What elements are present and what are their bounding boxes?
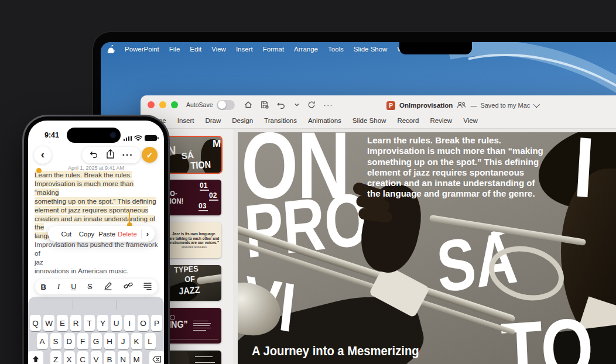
thumb3-attribution: JENNIFER MEDRANO [182, 246, 207, 249]
letter-key[interactable]: F [77, 333, 88, 349]
letter-key[interactable]: R [70, 315, 81, 331]
done-check-button[interactable]: ✓ [142, 147, 158, 163]
copy-menu-item[interactable]: Copy [77, 231, 97, 238]
delete-menu-item[interactable]: Delete [117, 231, 138, 238]
ribbon-tab[interactable]: Record [397, 117, 419, 124]
more-options-icon[interactable]: ··· [122, 150, 134, 160]
italic-button[interactable]: I [57, 282, 60, 291]
ribbon-tab[interactable]: Design [232, 117, 253, 124]
bold-button[interactable]: B [40, 283, 46, 291]
menu-item[interactable]: Slide Show [354, 46, 388, 53]
menu-item[interactable]: Edit [190, 46, 201, 53]
letter-key[interactable]: Z [50, 351, 61, 364]
note-text[interactable]: Learn the rules. Break the rules.Improvi… [35, 171, 159, 276]
ribbon-tab[interactable]: Insert [177, 117, 194, 124]
zoom-window-button[interactable] [171, 101, 178, 108]
macbook-screen: PowerPoint File Edit View Insert Format … [101, 42, 616, 364]
slide-thumbnail-6[interactable] [167, 351, 221, 364]
redo-icon[interactable] [307, 101, 316, 109]
letter-key[interactable]: O [138, 315, 149, 331]
ribbon-tab[interactable]: View [463, 117, 478, 124]
slide-body-text[interactable]: Learn the rules. Break the rules.Improvi… [367, 135, 584, 200]
save-icon[interactable] [261, 101, 269, 109]
undo-icon[interactable] [90, 150, 98, 160]
iphone-screen: 9:41 ‹ ··· ✓ April 1, 2025 at 9:41 AM [28, 121, 164, 364]
letter-key[interactable]: B [104, 351, 115, 364]
home-icon[interactable] [244, 101, 252, 109]
link-icon[interactable] [124, 281, 133, 292]
letter-key[interactable]: Y [97, 315, 108, 331]
slide-thumbnail-4[interactable]: TYPES OF JAZZ [167, 265, 221, 301]
letter-key[interactable]: N [118, 351, 129, 364]
document-title: OnImprovisation [399, 102, 453, 109]
menu-item[interactable]: Arrange [294, 46, 318, 53]
letter-key[interactable]: I [124, 315, 135, 331]
letter-key[interactable]: T [84, 315, 95, 331]
underline-button[interactable]: U [71, 283, 76, 291]
text-align-icon[interactable] [143, 281, 152, 292]
undo-menu-chevron-icon[interactable] [295, 103, 299, 107]
ribbon-tab[interactable]: Animations [308, 117, 341, 124]
saved-status-chevron-icon[interactable] [533, 101, 540, 108]
menu-item[interactable]: Format [263, 46, 284, 53]
close-window-button[interactable] [148, 101, 155, 108]
powerpoint-app-icon: P [386, 101, 395, 110]
paste-menu-item[interactable]: Paste [97, 231, 117, 238]
highlighted-text-line: Learn the rules. Break the rules. [35, 171, 159, 180]
letter-key[interactable]: S [50, 333, 61, 349]
letter-key[interactable]: E [57, 315, 68, 331]
minimize-window-button[interactable] [159, 101, 166, 108]
slide-thumbnail-1[interactable]: N M SÁ TION [167, 137, 221, 173]
letter-key[interactable]: M [131, 351, 142, 364]
more-toolbar-icon[interactable]: ··· [324, 101, 333, 109]
shift-key[interactable] [28, 351, 43, 364]
thumb1-letter: M [213, 138, 221, 150]
ribbon-tab[interactable]: Transitions [264, 117, 297, 124]
letter-key[interactable]: J [118, 333, 129, 349]
letter-key[interactable]: V [91, 351, 102, 364]
letter-key[interactable]: G [91, 333, 102, 349]
letter-key[interactable]: X [64, 351, 75, 364]
apple-menu-icon[interactable] [107, 45, 115, 54]
current-slide-canvas[interactable]: ON I PRO VI SA TO [238, 132, 616, 364]
letter-key[interactable]: K [131, 333, 142, 349]
status-time: 9:41 [45, 131, 59, 139]
menu-item[interactable]: View [211, 46, 226, 53]
slide-thumbnail-2[interactable]: F VO- TION! 01 02 03 [167, 180, 221, 215]
ribbon-tab[interactable]: Slide Show [353, 117, 386, 124]
letter-key[interactable]: H [104, 333, 115, 349]
delete-key[interactable] [149, 351, 165, 364]
slide-footer-text[interactable]: A Journey into a Mesmerizing [252, 344, 419, 359]
letter-key[interactable]: C [77, 351, 88, 364]
highlight-pen-icon[interactable] [104, 281, 112, 293]
cut-menu-item[interactable]: Cut [56, 231, 77, 238]
letter-key[interactable]: P [151, 315, 162, 331]
saved-status: Saved to my Mac [480, 102, 530, 109]
letter-key[interactable]: Q [30, 315, 41, 331]
slide-thumbnail-5[interactable]: ING” [167, 308, 221, 344]
selection-start-handle[interactable] [36, 168, 42, 173]
letter-key[interactable]: A [37, 333, 48, 349]
autosave-toggle[interactable] [217, 100, 235, 110]
share-icon[interactable] [107, 149, 114, 161]
menu-item[interactable]: Insert [236, 46, 253, 53]
share-people-icon[interactable] [457, 100, 466, 111]
letter-key[interactable]: L [145, 333, 156, 349]
back-button[interactable]: ‹ [34, 146, 52, 164]
predictive-bar[interactable] [28, 297, 164, 313]
strikethrough-button[interactable]: S [87, 283, 92, 291]
ribbon-tab[interactable]: Draw [205, 117, 221, 124]
letter-key[interactable]: W [43, 315, 54, 331]
menu-item[interactable]: Tools [328, 46, 344, 53]
thumb5-big-text: ING” [169, 320, 188, 330]
letter-key[interactable]: D [64, 333, 75, 349]
letter-key[interactable]: U [111, 315, 122, 331]
ribbon-tab[interactable]: Review [430, 117, 452, 124]
menu-divider [141, 230, 142, 238]
menu-more-chevron-icon[interactable]: › [145, 229, 149, 238]
menu-item[interactable]: File [169, 46, 180, 53]
menu-item[interactable]: PowerPoint [125, 46, 159, 53]
selection-end-caret[interactable] [129, 212, 130, 222]
undo-icon[interactable] [277, 101, 286, 109]
slide-thumbnail-3[interactable]: Jazz is its own language. are talking to… [167, 222, 221, 258]
